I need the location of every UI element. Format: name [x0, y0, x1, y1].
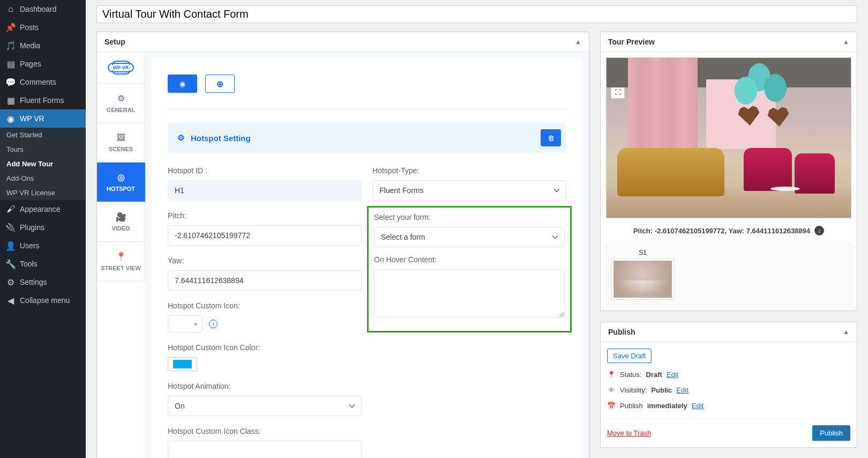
hotspot-type-label: Hotspot-Type:: [372, 166, 566, 175]
menu-wpvr[interactable]: ◉WP VR: [0, 109, 86, 128]
hotspot-type-select[interactable]: Fluent Forms: [372, 180, 566, 201]
trash-icon: 🗑: [548, 134, 555, 142]
appearance-icon: 🖌: [5, 204, 16, 215]
tab-general[interactable]: ⚙GENERAL: [97, 84, 145, 123]
delete-hotspot-button[interactable]: 🗑: [541, 129, 561, 146]
preview-caption-text: Pitch: -2.6107462105199772, Yaw: 7.64411…: [633, 227, 810, 235]
wpvr-icon: ◉: [5, 113, 16, 124]
admin-sidebar: ⌂Dashboard 📌Posts 🎵Media ▤Pages 💬Comment…: [0, 0, 86, 458]
tab-street-view[interactable]: 📍STREET VIEW: [97, 242, 145, 282]
menu-comments[interactable]: 💬Comments: [0, 73, 86, 91]
eye-icon: 👁: [607, 386, 616, 394]
users-icon: 👤: [5, 240, 16, 251]
pitch-label: Pitch:: [168, 211, 362, 220]
move-to-trash-link[interactable]: Move to Trash: [607, 429, 651, 437]
chevron-down-icon: ▾: [194, 320, 198, 328]
pin-icon: 📍: [116, 252, 126, 262]
title-input[interactable]: [96, 5, 857, 23]
tab-video[interactable]: 🎥VIDEO: [97, 202, 145, 242]
menu-users[interactable]: 👤Users: [0, 237, 86, 255]
custom-icon-class-input[interactable]: [168, 441, 362, 458]
animation-select[interactable]: On: [168, 396, 362, 416]
hover-content-label: On Hover Content:: [374, 255, 565, 264]
wpvr-submenu: Get Started Tours Add New Tour Add-Ons W…: [0, 128, 86, 200]
media-icon: 🎵: [5, 40, 16, 51]
publish-on-value: immediately: [647, 402, 687, 410]
sub-add-ons[interactable]: Add-Ons: [0, 171, 86, 186]
menu-plugins[interactable]: 🔌Plugins: [0, 218, 86, 237]
hotspot-id-input[interactable]: [168, 180, 362, 201]
select-form-select[interactable]: Select a form: [374, 227, 565, 247]
settings-icon: ⚙: [5, 277, 16, 287]
dashboard-icon: ⌂: [5, 4, 16, 14]
plus-icon: ⊕: [216, 79, 223, 89]
color-picker[interactable]: [168, 357, 197, 371]
info-icon[interactable]: i: [209, 320, 218, 328]
sub-license[interactable]: WP VR License: [0, 186, 86, 200]
posts-icon: 📌: [5, 22, 16, 33]
tab-hotspot[interactable]: ◎HOTSPOT: [97, 162, 145, 202]
plugins-icon: 🔌: [5, 222, 16, 233]
scene-thumb-image: [612, 259, 674, 299]
publish-postbox: Publish ▲ Save Draft 📍 Status: Draft Edi…: [600, 322, 857, 448]
edit-status-link[interactable]: Edit: [667, 371, 678, 379]
wpvr-logo-icon: WP VR: [108, 63, 134, 72]
setup-postbox: Setup ▲ WP VR ⚙GENERAL 🖼SCENES ◎HOTSPOT …: [96, 32, 589, 458]
pitch-input[interactable]: [168, 225, 362, 246]
preview-toggle-icon[interactable]: ▲: [843, 38, 849, 46]
publish-toggle-icon[interactable]: ▲: [843, 328, 849, 336]
custom-icon-color-label: Hotspot Custom Icon Color:: [168, 343, 362, 352]
video-icon: 🎥: [116, 212, 126, 222]
target-icon: ◎: [117, 172, 125, 182]
menu-tools[interactable]: 🔧Tools: [0, 255, 86, 273]
tour-preview-heading: Tour Preview: [608, 38, 655, 46]
menu-dashboard[interactable]: ⌂Dashboard: [0, 0, 86, 18]
scene-thumb[interactable]: S1: [612, 249, 674, 299]
menu-collapse[interactable]: ◀Collapse menu: [0, 291, 86, 309]
edit-visibility-link[interactable]: Edit: [676, 386, 688, 394]
edit-schedule-link[interactable]: Edit: [692, 402, 704, 410]
setup-tabs: WP VR ⚙GENERAL 🖼SCENES ◎HOTSPOT 🎥VIDEO 📍…: [97, 52, 145, 458]
menu-fluent-forms[interactable]: ▦Fluent Forms: [0, 91, 86, 109]
menu-posts[interactable]: 📌Posts: [0, 18, 86, 36]
add-hotspot-button[interactable]: ⊕: [205, 75, 235, 93]
animation-label: Hotspot Animation:: [168, 382, 362, 390]
hotspot-active-button[interactable]: ◉: [168, 75, 197, 93]
publish-heading: Publish: [608, 328, 635, 336]
hotspot-setting-title: Hotspot Setting: [191, 134, 251, 143]
fullscreen-button[interactable]: ⛶: [611, 86, 624, 98]
target-dot-icon: ◉: [179, 80, 185, 88]
visibility-value: Public: [651, 386, 672, 394]
tour-preview-viewport[interactable]: + − ⛶: [606, 57, 851, 218]
hotspot-id-label: Hotspot ID :: [168, 166, 362, 175]
yaw-input[interactable]: [168, 270, 362, 291]
sub-get-started[interactable]: Get Started: [0, 128, 86, 142]
menu-pages[interactable]: ▤Pages: [0, 55, 86, 73]
visibility-label: Visibility:: [620, 386, 647, 394]
color-swatch-icon: [173, 360, 192, 368]
save-draft-button[interactable]: Save Draft: [607, 349, 652, 363]
tools-icon: 🔧: [5, 258, 16, 269]
menu-appearance[interactable]: 🖌Appearance: [0, 200, 86, 218]
setup-heading: Setup: [104, 38, 125, 46]
custom-icon-picker[interactable]: ▾: [168, 315, 203, 333]
hover-content-input[interactable]: [374, 269, 565, 317]
pin-icon: 📍: [607, 371, 616, 379]
tour-preview-postbox: Tour Preview ▲ + − ⛶: [600, 32, 857, 311]
menu-settings[interactable]: ⚙Settings: [0, 273, 86, 291]
status-value: Draft: [646, 371, 662, 379]
tab-scenes[interactable]: 🖼SCENES: [97, 123, 145, 162]
publish-button[interactable]: Publish: [812, 425, 850, 441]
menu-media[interactable]: 🎵Media: [0, 36, 86, 55]
tab-logo: WP VR: [97, 52, 145, 84]
comments-icon: 💬: [5, 77, 16, 87]
gear-icon: ⚙: [177, 133, 184, 143]
scene-thumb-label: S1: [612, 249, 674, 256]
sub-tours[interactable]: Tours: [0, 142, 86, 157]
publish-on-label: Publish: [620, 402, 643, 410]
custom-icon-class-label: Hotspot Custom Icon Class:: [168, 427, 362, 435]
apply-pitch-yaw-button[interactable]: ↓: [814, 226, 824, 235]
pages-icon: ▤: [5, 58, 16, 69]
setup-toggle-icon[interactable]: ▲: [575, 38, 581, 46]
sub-add-new-tour[interactable]: Add New Tour: [0, 157, 86, 171]
